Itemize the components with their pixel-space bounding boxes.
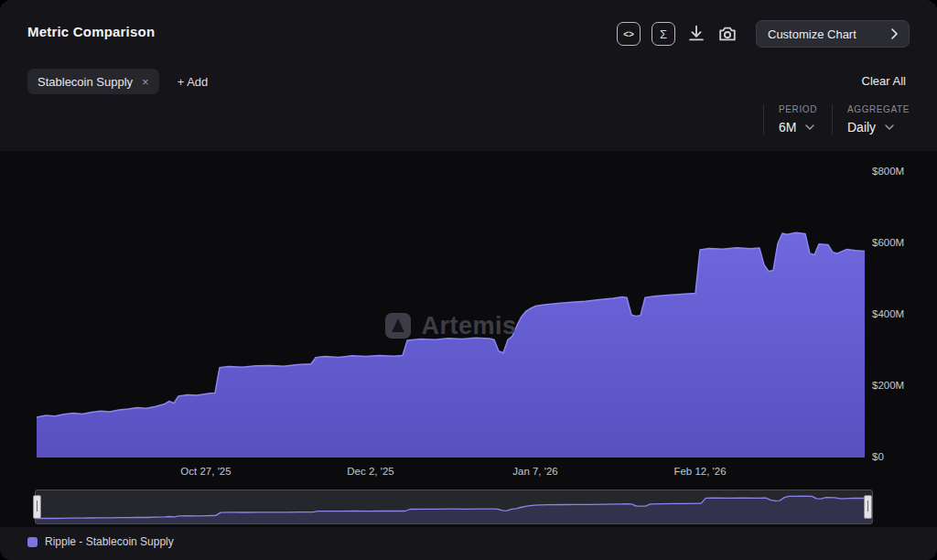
chevron-down-icon — [805, 124, 814, 130]
y-tick-label: $600M — [872, 237, 927, 248]
aggregate-control: AGGREGATE Daily — [832, 104, 910, 135]
aggregate-dropdown[interactable]: Daily — [847, 120, 910, 135]
brush-track[interactable] — [35, 490, 873, 524]
aggregate-value: Daily — [847, 120, 876, 135]
period-dropdown[interactable]: 6M — [779, 120, 817, 135]
legend-item[interactable]: Ripple - Stablecoin Supply — [27, 535, 174, 548]
filter-bar: Stablecoin Supply × + Add — [27, 69, 208, 94]
x-tick-label: Feb 12, '26 — [656, 466, 744, 477]
camera-icon — [717, 24, 738, 44]
period-label: PERIOD — [779, 104, 817, 114]
x-tick-label: Dec 2, '25 — [327, 466, 415, 477]
area-series-fill — [37, 232, 865, 458]
page-title: Metric Comparison — [27, 24, 155, 39]
metric-chip-label: Stablecoin Supply — [38, 75, 133, 89]
footer-bar: Ripple - Stablecoin Supply — [0, 527, 937, 560]
y-tick-label: $0 — [872, 451, 927, 462]
toolbar: <> Σ Customize Chart — [617, 20, 910, 48]
y-tick-label: $400M — [872, 308, 927, 319]
sigma-icon: Σ — [660, 27, 667, 41]
add-metric-button[interactable]: + Add — [178, 75, 209, 89]
brush-handle-left[interactable] — [33, 495, 41, 519]
y-tick-label: $800M — [872, 166, 927, 177]
x-tick-label: Jan 7, '26 — [491, 466, 579, 477]
mini-area-fill — [36, 496, 872, 523]
download-icon — [686, 24, 706, 44]
legend-swatch — [27, 537, 38, 547]
x-tick-label: Oct 27, '25 — [162, 466, 250, 477]
period-control: PERIOD 6M — [763, 104, 817, 135]
summary-button[interactable]: Σ — [652, 22, 675, 46]
controls-bar: PERIOD 6M AGGREGATE Daily — [763, 104, 910, 135]
brush-handle-right[interactable] — [864, 495, 872, 519]
clear-all-button[interactable]: Clear All — [862, 74, 906, 88]
header-bar: Metric Comparison <> Σ Customize Chart — [0, 0, 937, 151]
y-tick-label: $200M — [872, 380, 927, 391]
chevron-down-icon — [885, 124, 894, 130]
mini-chart — [36, 490, 872, 523]
metric-comparison-panel: Metric Comparison <> Σ Customize Chart — [0, 0, 937, 560]
main-chart[interactable] — [37, 157, 865, 458]
legend-label: Ripple - Stablecoin Supply — [45, 535, 174, 548]
embed-code-button[interactable]: <> — [617, 22, 641, 46]
aggregate-label: AGGREGATE — [847, 104, 910, 114]
embed-code-icon: <> — [623, 29, 634, 39]
download-button[interactable] — [686, 24, 706, 44]
customize-chart-label: Customize Chart — [768, 27, 856, 41]
chip-close-icon[interactable]: × — [142, 76, 149, 88]
chevron-right-icon — [891, 28, 898, 39]
period-value: 6M — [779, 120, 796, 135]
metric-chip-stablecoin-supply[interactable]: Stablecoin Supply × — [27, 69, 159, 94]
customize-chart-button[interactable]: Customize Chart — [756, 20, 910, 48]
screenshot-button[interactable] — [717, 24, 738, 44]
